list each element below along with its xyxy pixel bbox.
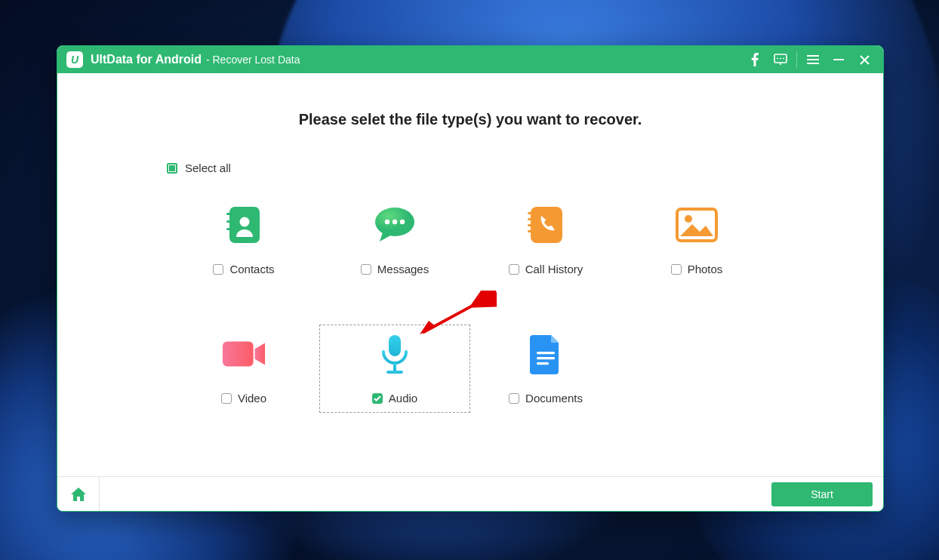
app-subtitle: - Recover Lost Data bbox=[206, 54, 300, 66]
messages-icon bbox=[372, 204, 417, 246]
checkbox-icon bbox=[509, 264, 519, 275]
filetype-card-photos[interactable]: Photos bbox=[621, 195, 772, 284]
documents-icon bbox=[523, 333, 568, 375]
titlebar: U UltData for Android - Recover Lost Dat… bbox=[57, 46, 883, 73]
home-icon bbox=[71, 488, 86, 501]
svg-point-14 bbox=[385, 220, 389, 224]
app-logo-icon: U bbox=[66, 51, 83, 68]
svg-rect-20 bbox=[528, 224, 532, 226]
svg-point-23 bbox=[685, 215, 692, 223]
file-type-grid: Contacts Messages bbox=[103, 195, 838, 413]
minimize-button[interactable] bbox=[826, 46, 851, 73]
svg-point-15 bbox=[393, 220, 397, 224]
filetype-label: Messages bbox=[377, 263, 429, 275]
app-title: UltData for Android bbox=[91, 53, 202, 66]
filetype-label: Photos bbox=[688, 263, 723, 275]
menu-icon[interactable] bbox=[800, 46, 826, 73]
svg-point-1 bbox=[777, 58, 778, 60]
svg-point-3 bbox=[783, 58, 784, 60]
svg-point-12 bbox=[240, 217, 250, 227]
filetype-label: Documents bbox=[525, 392, 583, 405]
svg-rect-5 bbox=[807, 59, 819, 60]
svg-rect-24 bbox=[223, 342, 254, 367]
svg-rect-6 bbox=[807, 63, 819, 64]
svg-rect-7 bbox=[833, 59, 844, 60]
svg-rect-28 bbox=[537, 352, 555, 354]
svg-rect-11 bbox=[226, 228, 231, 230]
filetype-label: Call History bbox=[525, 263, 583, 275]
filetype-card-audio[interactable]: Audio bbox=[319, 325, 470, 413]
select-all-checkbox[interactable]: Select all bbox=[167, 162, 838, 174]
filetype-label: Contacts bbox=[229, 263, 274, 275]
close-button[interactable] bbox=[851, 46, 877, 73]
filetype-card-messages[interactable]: Messages bbox=[319, 195, 470, 284]
filetype-card-documents[interactable]: Documents bbox=[470, 325, 621, 413]
content-area: Please selet the file type(s) you want t… bbox=[57, 73, 883, 476]
contacts-icon bbox=[221, 204, 266, 246]
svg-rect-25 bbox=[389, 335, 401, 356]
checkbox-icon bbox=[671, 264, 682, 275]
app-window: U UltData for Android - Recover Lost Dat… bbox=[57, 45, 884, 512]
footer-bar: Start bbox=[57, 476, 883, 511]
photos-icon bbox=[674, 204, 719, 246]
svg-point-2 bbox=[780, 58, 781, 60]
home-button[interactable] bbox=[57, 477, 100, 512]
video-icon bbox=[221, 333, 266, 375]
audio-icon bbox=[372, 333, 417, 375]
svg-rect-19 bbox=[528, 218, 532, 220]
filetype-label: Audio bbox=[389, 392, 417, 405]
facebook-icon[interactable] bbox=[742, 46, 768, 73]
svg-rect-4 bbox=[807, 55, 819, 57]
checkbox-indeterminate-icon bbox=[167, 163, 177, 174]
page-heading: Please selet the file type(s) you want t… bbox=[103, 111, 838, 128]
svg-rect-18 bbox=[528, 212, 532, 214]
svg-rect-30 bbox=[537, 362, 549, 365]
checkbox-icon bbox=[213, 264, 223, 275]
svg-rect-29 bbox=[537, 357, 555, 359]
checkbox-icon bbox=[509, 393, 519, 404]
svg-rect-10 bbox=[226, 220, 231, 223]
svg-rect-17 bbox=[531, 207, 562, 243]
checkbox-icon bbox=[361, 264, 371, 275]
svg-rect-27 bbox=[386, 371, 403, 374]
filetype-card-contacts[interactable]: Contacts bbox=[168, 195, 319, 284]
call-history-icon bbox=[523, 204, 568, 246]
checkbox-icon bbox=[221, 393, 232, 404]
filetype-card-call-history[interactable]: Call History bbox=[470, 195, 621, 284]
select-all-label: Select all bbox=[185, 162, 231, 174]
svg-point-16 bbox=[400, 220, 405, 224]
checkbox-icon bbox=[372, 393, 383, 404]
svg-rect-21 bbox=[528, 230, 532, 232]
start-button[interactable]: Start bbox=[771, 482, 873, 506]
svg-rect-26 bbox=[393, 363, 396, 371]
filetype-card-video[interactable]: Video bbox=[168, 325, 319, 413]
feedback-icon[interactable] bbox=[768, 46, 793, 73]
svg-rect-9 bbox=[226, 213, 231, 215]
filetype-label: Video bbox=[238, 392, 266, 405]
